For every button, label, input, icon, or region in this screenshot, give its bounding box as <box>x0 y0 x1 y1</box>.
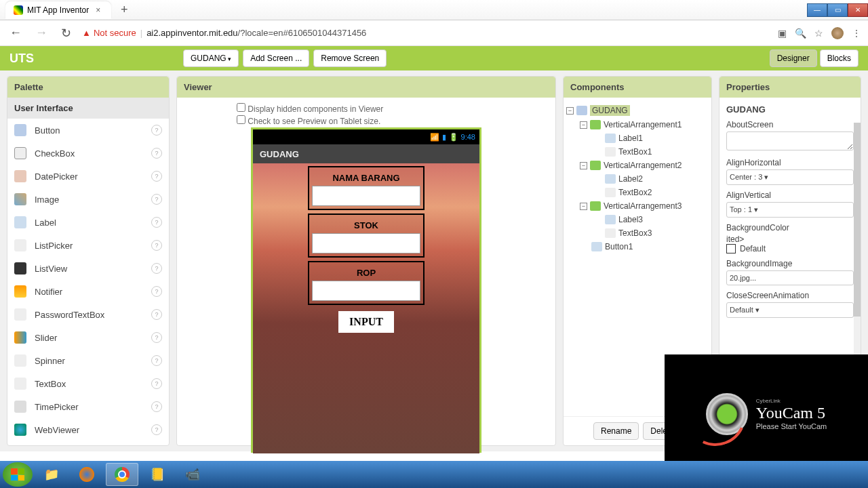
textbox-2[interactable] <box>312 233 420 253</box>
tree-item-va3[interactable]: −VerticalArrangement3 <box>566 199 709 213</box>
help-icon[interactable]: ? <box>151 240 162 251</box>
textbox-icon <box>14 378 26 390</box>
help-icon[interactable]: ? <box>151 194 162 205</box>
field-group-2[interactable]: STOK <box>308 214 425 258</box>
youcam-overlay: CyberLink YouCam 5 Please Start YouCam <box>665 354 868 473</box>
window-minimize-button[interactable]: — <box>807 3 827 17</box>
new-tab-button[interactable]: + <box>117 3 132 18</box>
security-warning: ▲ Not secure <box>82 28 136 38</box>
palette-item-textbox[interactable]: TextBox? <box>7 372 169 395</box>
help-icon[interactable]: ? <box>151 125 162 136</box>
palette-item-notifier[interactable]: Notifier? <box>7 280 169 303</box>
remove-screen-button[interactable]: Remove Screen <box>313 49 387 67</box>
help-icon[interactable]: ? <box>151 401 162 412</box>
help-icon[interactable]: ? <box>151 217 162 228</box>
tree-item-va2[interactable]: −VerticalArrangement2 <box>566 159 709 172</box>
tree-item-button1[interactable]: Button1 <box>566 240 709 253</box>
viewer-panel: Viewer Display hidden components in View… <box>176 76 556 446</box>
palette-item-listview[interactable]: ListView? <box>7 257 169 280</box>
palette-item-spinner[interactable]: Spinner? <box>7 349 169 372</box>
align-vertical-select[interactable]: Top : 1 ▾ <box>726 202 854 218</box>
tree-item-label2[interactable]: Label2 <box>566 172 709 186</box>
field-group-1[interactable]: NAMA BARANG <box>308 166 425 210</box>
window-close-button[interactable]: ✕ <box>848 3 868 17</box>
display-hidden-checkbox[interactable] <box>237 103 245 112</box>
start-button[interactable] <box>3 462 33 487</box>
help-icon[interactable]: ? <box>151 309 162 320</box>
listview-icon <box>14 262 26 274</box>
textbox-1[interactable] <box>312 186 420 206</box>
wifi-icon: 📶 <box>430 133 439 142</box>
phone-preview[interactable]: 📶 ▮ 🔋 9:48 GUDANG NAMA BARANG STOK <box>251 127 481 453</box>
tree-item-textbox3[interactable]: TextBox3 <box>566 226 709 240</box>
reload-button[interactable]: ↻ <box>58 23 74 43</box>
palette-item-webviewer[interactable]: WebViewer? <box>7 418 169 441</box>
tab-close-icon[interactable]: × <box>93 5 103 15</box>
browser-tab[interactable]: MIT App Inventor × <box>5 1 111 19</box>
palette-item-datepicker[interactable]: DatePicker? <box>7 165 169 188</box>
taskbar-explorer[interactable]: 📁 <box>35 463 68 486</box>
palette-item-timepicker[interactable]: TimePicker? <box>7 395 169 418</box>
tree-item-textbox1[interactable]: TextBox1 <box>566 145 709 159</box>
palette-item-listpicker[interactable]: ListPicker? <box>7 234 169 257</box>
phone-statusbar: 📶 ▮ 🔋 9:48 <box>253 129 479 144</box>
palette-item-button[interactable]: Button? <box>7 119 169 142</box>
back-button[interactable]: ← <box>7 23 24 43</box>
tablet-preview-checkbox[interactable] <box>237 115 245 124</box>
palette-item-passwordtextbox[interactable]: PasswordTextBox? <box>7 303 169 326</box>
palette-item-slider[interactable]: Slider? <box>7 326 169 349</box>
label-icon <box>14 216 26 228</box>
field-group-3[interactable]: ROP <box>308 261 425 305</box>
background-color-select[interactable]: Default <box>726 244 854 253</box>
translate-icon[interactable]: ▣ <box>778 28 787 39</box>
blocks-tab[interactable]: Blocks <box>820 49 859 67</box>
palette-item-label[interactable]: Label? <box>7 211 169 234</box>
input-button[interactable]: INPUT <box>338 311 394 333</box>
tree-item-screen[interactable]: −GUDANG <box>566 103 709 118</box>
taskbar-camera[interactable]: 📹 <box>176 463 209 486</box>
background-image-select[interactable]: 20.jpg... <box>726 270 854 285</box>
help-icon[interactable]: ? <box>151 378 162 389</box>
help-icon[interactable]: ? <box>151 424 162 435</box>
help-icon[interactable]: ? <box>151 148 162 159</box>
add-screen-button[interactable]: Add Screen ... <box>243 49 309 67</box>
menu-icon[interactable]: ⋮ <box>852 28 861 39</box>
palette-item-checkbox[interactable]: CheckBox? <box>7 142 169 165</box>
window-maximize-button[interactable]: ▭ <box>827 3 848 17</box>
tree-item-va1[interactable]: −VerticalArrangement1 <box>566 118 709 131</box>
phone-content[interactable]: NAMA BARANG STOK ROP INPUT <box>253 163 479 453</box>
help-icon[interactable]: ? <box>151 355 162 366</box>
align-horizontal-select[interactable]: Center : 3 ▾ <box>726 169 854 185</box>
app-header: UTS GUDANG Add Screen ... Remove Screen … <box>0 46 868 70</box>
designer-tab[interactable]: Designer <box>770 49 817 67</box>
slider-icon <box>14 331 26 344</box>
timepicker-icon <box>14 401 26 413</box>
about-screen-input[interactable] <box>726 131 854 150</box>
profile-icon[interactable] <box>831 27 844 39</box>
spinner-icon <box>14 354 26 367</box>
rename-button[interactable]: Rename <box>593 422 639 440</box>
tree-item-label1[interactable]: Label1 <box>566 131 709 145</box>
tree-item-label3[interactable]: Label3 <box>566 213 709 226</box>
datepicker-icon <box>14 170 26 182</box>
windows-taskbar[interactable]: 📁 📒 📹 <box>0 461 868 488</box>
help-icon[interactable]: ? <box>151 171 162 182</box>
bookmark-icon[interactable]: ☆ <box>814 28 823 39</box>
taskbar-firefox[interactable] <box>71 463 103 486</box>
address-bar[interactable]: ▲ Not secure | ai2.appinventor.mit.edu/?… <box>82 28 770 38</box>
forward-button[interactable]: → <box>33 23 50 43</box>
close-animation-select[interactable]: Default ▾ <box>726 302 854 318</box>
textbox-3[interactable] <box>312 281 420 301</box>
help-icon[interactable]: ? <box>151 286 162 297</box>
taskbar-chrome[interactable] <box>106 463 138 486</box>
tree-item-textbox2[interactable]: TextBox2 <box>566 186 709 199</box>
zoom-icon[interactable]: 🔍 <box>795 28 806 39</box>
palette-category[interactable]: User Interface <box>7 98 169 119</box>
components-header: Components <box>564 77 711 98</box>
help-icon[interactable]: ? <box>151 263 162 274</box>
screen-selector[interactable]: GUDANG <box>183 49 239 67</box>
help-icon[interactable]: ? <box>151 332 162 343</box>
palette-item-image[interactable]: Image? <box>7 188 169 211</box>
project-name: UTS <box>9 52 34 66</box>
taskbar-notes[interactable]: 📒 <box>141 463 174 486</box>
